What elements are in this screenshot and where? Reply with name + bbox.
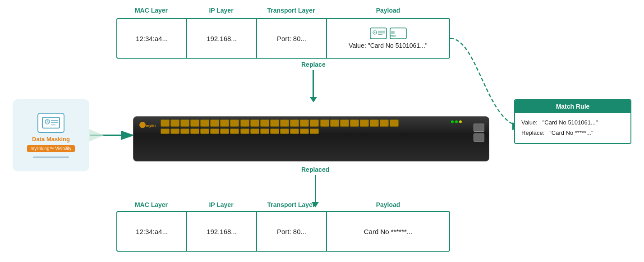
- sfp-port: [310, 129, 319, 134]
- svg-text:mylinking: mylinking: [146, 124, 156, 128]
- top-payload-label: Payload: [326, 4, 450, 17]
- diagram-container: Data Masking mylinking™ Visibility MAC L…: [0, 0, 644, 262]
- sfp-port: [320, 120, 329, 127]
- replaced-label: Replaced: [301, 166, 329, 173]
- sfp-port: [310, 120, 319, 127]
- match-rule-body: Value: "Card No 5101061..." Replace: "Ca…: [515, 113, 630, 143]
- bottom-ip-label: IP Layer: [186, 198, 256, 211]
- visa-card-icon: VISA: [390, 28, 407, 39]
- replace-rule-label: Replace:: [521, 129, 544, 136]
- sfp-port: [161, 129, 170, 134]
- sfp-port: [380, 120, 389, 127]
- device-chassis: mylinking: [133, 116, 489, 161]
- sfp-port: [190, 129, 199, 134]
- monitor-base: [33, 156, 69, 158]
- sfp-port: [220, 129, 229, 134]
- match-rule-header: Match Rule: [515, 100, 630, 113]
- top-packet-box: 12:34:a4... 192.168... Port: 80... VI: [116, 18, 450, 59]
- sfp-port: [210, 129, 219, 134]
- sfp-port: [260, 120, 269, 127]
- sfp-port: [270, 129, 279, 134]
- sfp-port: [240, 120, 249, 127]
- port-group-5: [240, 129, 319, 134]
- top-payload-cell: VISA Value: "Card No 5101061...": [327, 19, 449, 58]
- sfp-port: [370, 120, 379, 127]
- layer-labels-bottom: MAC Layer IP Layer Transport Layer Paylo…: [116, 198, 450, 211]
- svg-rect-10: [370, 28, 386, 39]
- sfp-port: [250, 129, 259, 134]
- sfp-port: [230, 120, 239, 127]
- sfp-port: [180, 129, 189, 134]
- port-group-4: [161, 129, 239, 134]
- sfp-port: [230, 129, 239, 134]
- value-label: Value:: [521, 119, 538, 126]
- bottom-packet-box: 12:34:a4... 192.168... Port: 80... Card …: [116, 211, 450, 252]
- sfp-port: [180, 120, 189, 127]
- top-transport-cell: Port: 80...: [257, 19, 327, 58]
- bottom-payload-cell: Card No ******...: [327, 212, 449, 251]
- sfp-port: [240, 129, 249, 134]
- sfp-port: [350, 120, 359, 127]
- sfp-port: [290, 120, 299, 127]
- bottom-transport-label: Transport Layer: [256, 198, 326, 211]
- payload-icons: VISA: [370, 28, 407, 39]
- top-mac-cell: 12:34:a4...: [117, 19, 187, 58]
- sfp-port: [200, 120, 209, 127]
- yellow-light: [459, 120, 462, 123]
- sfp-port: [250, 120, 259, 127]
- sfp-port: [190, 120, 199, 127]
- svg-point-15: [374, 32, 375, 33]
- sfp-port: [340, 120, 349, 127]
- value-text: "Card No 5101061...": [543, 119, 598, 126]
- device-logo: mylinking: [138, 120, 156, 130]
- data-masking-label: Data Masking: [32, 136, 70, 142]
- sfp-port: [290, 129, 299, 134]
- sfp-port: [170, 129, 179, 134]
- id-card-icon: [370, 28, 387, 39]
- bottom-transport-cell: Port: 80...: [257, 212, 327, 251]
- bottom-ip-cell: 192.168...: [187, 212, 257, 251]
- top-payload-text: Value: "Card No 5101061...": [349, 42, 428, 49]
- sfp-port: [220, 120, 229, 127]
- masking-icon: [37, 113, 64, 133]
- sfp-port: [210, 120, 219, 127]
- rj45-port-1: [474, 124, 484, 132]
- green-light-2: [455, 120, 458, 123]
- replace-arrow-body: [313, 70, 314, 97]
- network-device: mylinking: [133, 116, 489, 161]
- port-group-1: [161, 120, 239, 127]
- sfp-port: [280, 129, 289, 134]
- bottom-mac-label: MAC Layer: [116, 198, 186, 211]
- sfp-port: [170, 120, 179, 127]
- replaced-arrow-body: [315, 175, 316, 202]
- sfp-port: [360, 120, 369, 127]
- device-right-section: [474, 124, 484, 142]
- bottom-mac-cell: 12:34:a4...: [117, 212, 187, 251]
- id-card-icon: [42, 116, 60, 129]
- match-rule-box: Match Rule Value: "Card No 5101061..." R…: [514, 99, 631, 144]
- bottom-payload-label: Payload: [326, 198, 450, 211]
- sfp-port: [161, 120, 170, 127]
- top-mac-label: MAC Layer: [116, 4, 186, 17]
- sfp-port: [200, 129, 209, 134]
- data-masking-box: Data Masking mylinking™ Visibility: [13, 99, 89, 171]
- mylinking-label: mylinking™ Visibility: [27, 145, 75, 152]
- layer-labels-top: MAC Layer IP Layer Transport Layer Paylo…: [116, 4, 450, 17]
- replace-arrow: Replace: [301, 61, 326, 102]
- sfp-port: [390, 120, 399, 127]
- top-ip-label: IP Layer: [186, 4, 256, 17]
- green-light: [451, 120, 454, 123]
- top-ip-cell: 192.168...: [187, 19, 257, 58]
- sfp-port: [300, 129, 309, 134]
- svg-point-19: [139, 122, 146, 128]
- match-rule-value-row: Value: "Card No 5101061...": [521, 117, 624, 128]
- svg-rect-17: [391, 31, 395, 34]
- status-lights: [451, 120, 462, 123]
- match-rule-replace-row: Replace: "Card No *****...": [521, 128, 624, 138]
- ports-section: [133, 117, 489, 128]
- replace-arrow-head: [310, 97, 317, 102]
- top-transport-label: Transport Layer: [256, 4, 326, 17]
- sfp-port: [330, 120, 339, 127]
- replace-text: "Card No *****...": [549, 129, 593, 136]
- port-group-3: [320, 120, 399, 127]
